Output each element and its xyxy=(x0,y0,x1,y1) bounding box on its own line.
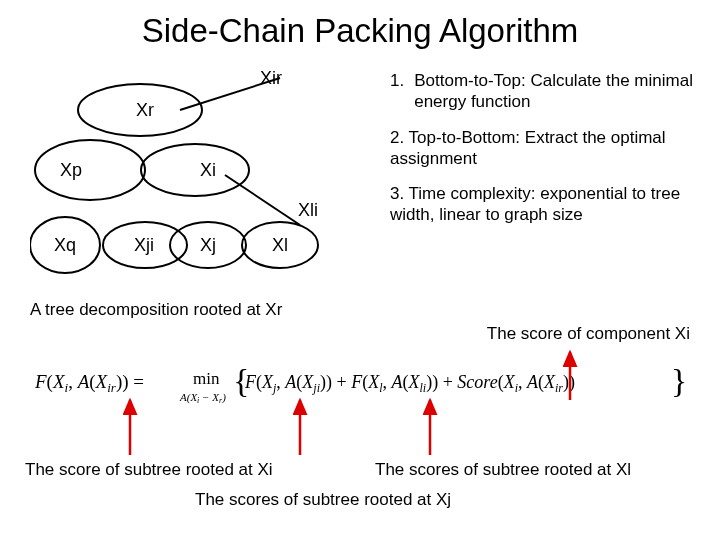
label-subtree-xj: The scores of subtree rooted at Xj xyxy=(195,490,451,510)
tree-diagram: Xr Xp Xi Xq Xji Xj Xl Xir Xli xyxy=(30,60,370,300)
node-xi: Xi xyxy=(200,160,216,181)
node-xq: Xq xyxy=(54,235,76,256)
step-1: 1. Bottom-to-Top: Calculate the minimal … xyxy=(390,70,700,113)
component-xi-label: The score of component Xi xyxy=(487,324,690,344)
svg-point-4 xyxy=(141,144,249,196)
node-xji: Xji xyxy=(134,235,154,256)
svg-text:F(Xj, A(Xji)) + 
      F(Xl, A: F(Xj, A(Xji)) + F(Xl, A(Xli)) + Score(Xi… xyxy=(244,372,575,395)
steps-list: 1. Bottom-to-Top: Calculate the minimal … xyxy=(390,70,700,226)
svg-point-3 xyxy=(35,140,145,200)
page-title: Side-Chain Packing Algorithm xyxy=(0,0,720,50)
label-subtree-xl: The scores of subtree rooted at Xl xyxy=(375,460,631,480)
step-3: 3. Time complexity: exponential to tree … xyxy=(390,183,700,226)
node-xr: Xr xyxy=(136,100,154,121)
svg-text:A(Xi − Xr): A(Xi − Xr) xyxy=(179,391,226,405)
edge-xli: Xli xyxy=(298,200,318,221)
svg-line-1 xyxy=(225,175,300,225)
node-xp: Xp xyxy=(60,160,82,181)
edge-xir: Xir xyxy=(260,68,282,89)
svg-text:F(Xi, A(Xir)) =: F(Xi, A(Xir)) = xyxy=(35,371,144,395)
label-subtree-xi: The score of subtree rooted at Xi xyxy=(25,460,273,480)
step-2: 2. Top-to-Bottom: Extract the optimal as… xyxy=(390,127,700,170)
node-xl: Xl xyxy=(272,235,288,256)
node-xj: Xj xyxy=(200,235,216,256)
svg-text:min: min xyxy=(193,369,220,388)
formula: F(Xi, A(Xir)) = min A(Xi − Xr) { } F(Xj,… xyxy=(35,358,685,408)
tree-caption: A tree decomposition rooted at Xr xyxy=(30,300,282,320)
svg-text:}: } xyxy=(671,362,685,399)
